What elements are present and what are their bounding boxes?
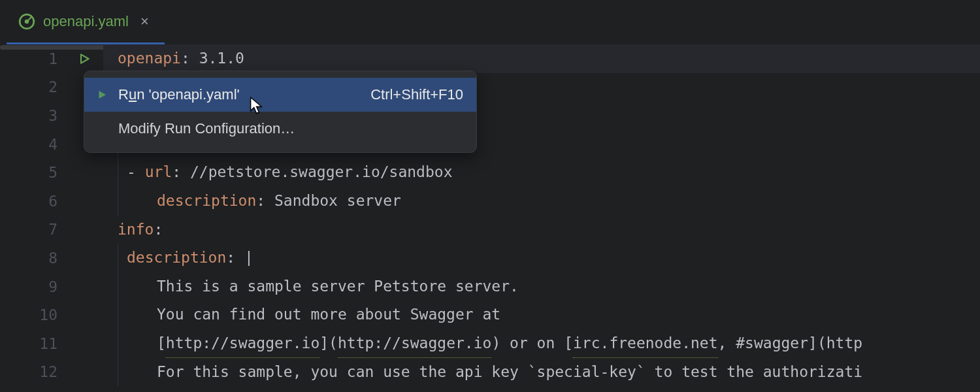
code-line[interactable]: 7info:	[0, 216, 980, 244]
menu-item-label: Modify Run Configuration…	[118, 120, 295, 137]
gutter-icon-slot	[65, 158, 103, 187]
indent-guide	[118, 244, 118, 272]
menu-item-run[interactable]: Run 'openapi.yaml'Ctrl+Shift+F10	[84, 78, 476, 112]
code-line[interactable]: 1openapi: 3.1.0	[0, 44, 980, 73]
gutter-icon-slot	[65, 329, 103, 358]
run-gutter-icon[interactable]	[78, 52, 91, 65]
code-text[interactable]: description: Sandbox server	[103, 187, 401, 216]
indent-guide	[118, 187, 118, 216]
code-text[interactable]: openapi: 3.1.0	[103, 44, 244, 73]
run-context-menu: Run 'openapi.yaml'Ctrl+Shift+F10Modify R…	[84, 71, 477, 153]
line-number[interactable]: 10	[0, 301, 65, 329]
line-number[interactable]: 9	[0, 272, 65, 301]
indent-guide	[118, 329, 118, 358]
line-number[interactable]: 4	[0, 130, 65, 159]
code-line[interactable]: 8description: |	[0, 244, 980, 272]
code-line[interactable]: 6description: Sandbox server	[0, 187, 980, 216]
gutter-icon-slot	[65, 244, 103, 272]
gutter-icon-slot	[65, 187, 103, 216]
line-number[interactable]: 12	[0, 358, 65, 387]
indent-guide	[118, 358, 118, 387]
code-text[interactable]: You can find out more about Swagger at	[103, 301, 500, 329]
code-line[interactable]: 11[http://swagger.io](http://swagger.io)…	[0, 329, 980, 358]
line-number[interactable]: 3	[0, 101, 65, 130]
code-text[interactable]: info:	[103, 216, 163, 244]
run-icon	[96, 89, 112, 101]
line-number[interactable]: 7	[0, 216, 65, 244]
code-text[interactable]: For this sample, you can use the api key…	[103, 358, 862, 387]
mouse-cursor	[250, 97, 267, 120]
code-line[interactable]: 5- url: //petstore.swagger.io/sandbox	[0, 158, 980, 187]
indent-guide	[118, 272, 118, 301]
code-text[interactable]: description: |	[103, 244, 253, 272]
line-number[interactable]: 11	[0, 329, 65, 358]
line-number[interactable]: 2	[0, 73, 65, 102]
gutter-icon-slot	[65, 272, 103, 301]
gutter-icon-slot	[65, 301, 103, 329]
menu-item-modify-config[interactable]: Modify Run Configuration…	[84, 112, 476, 146]
svg-line-2	[27, 16, 32, 22]
gutter-icon-slot	[65, 358, 103, 387]
code-line[interactable]: 9This is a sample server Petstore server…	[0, 272, 980, 301]
code-line[interactable]: 12For this sample, you can use the api k…	[0, 358, 980, 387]
line-number[interactable]: 5	[0, 158, 65, 187]
openapi-icon	[18, 13, 35, 30]
indent-guide	[118, 301, 118, 329]
code-text[interactable]: This is a sample server Petstore server.	[103, 272, 519, 301]
line-number[interactable]: 1	[0, 44, 65, 73]
line-number[interactable]: 6	[0, 187, 65, 216]
code-text[interactable]: [http://swagger.io](http://swagger.io) o…	[103, 329, 862, 358]
menu-item-shortcut: Ctrl+Shift+F10	[370, 86, 463, 103]
code-text[interactable]: - url: //petstore.swagger.io/sandbox	[103, 158, 453, 187]
menu-item-label: Run 'openapi.yaml'	[118, 86, 240, 103]
editor-tab-title: openapi.yaml	[43, 13, 129, 30]
editor-tab-openapi[interactable]: openapi.yaml ×	[7, 0, 165, 44]
gutter-icon-slot	[65, 216, 103, 244]
tab-bar: openapi.yaml ×	[0, 0, 980, 44]
line-number[interactable]: 8	[0, 244, 65, 272]
indent-guide	[118, 158, 118, 187]
code-line[interactable]: 10You can find out more about Swagger at	[0, 301, 980, 329]
close-tab-button[interactable]: ×	[137, 13, 153, 30]
gutter-icon-slot[interactable]	[65, 44, 103, 73]
